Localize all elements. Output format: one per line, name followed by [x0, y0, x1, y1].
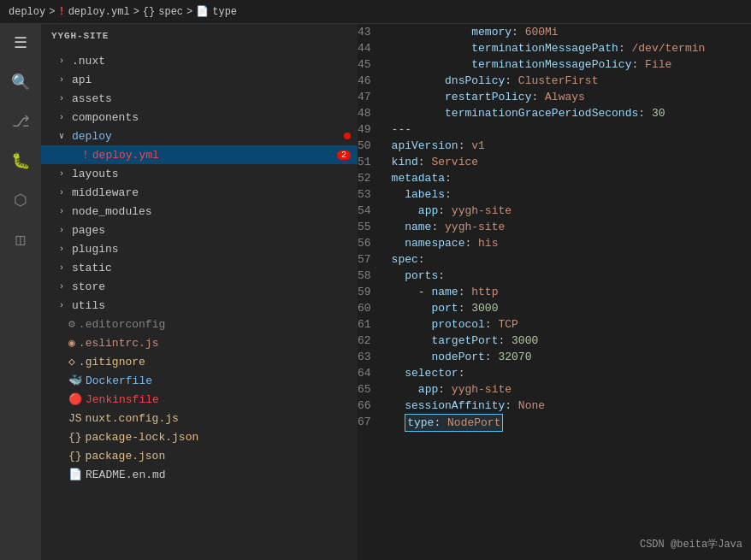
tree-item-README-en-md[interactable]: 📄 README.en.md [41, 465, 358, 484]
tree-item-middleware[interactable]: ›middleware [41, 183, 358, 202]
tree-label: static [72, 262, 112, 274]
tree-item-deploy[interactable]: ∨deploy [41, 127, 358, 145]
file-icon: ◉ [68, 336, 75, 350]
tree-item-package-json[interactable]: {} package.json [41, 446, 358, 465]
line-number: 64 [358, 365, 378, 381]
tree-item-Jenkinsfile[interactable]: 🔴 Jenkinsfile [41, 390, 358, 409]
code-line: memory: 600Mi [392, 24, 751, 40]
tree-arrow: › [55, 282, 68, 292]
tree-label: README.en.md [86, 469, 166, 481]
line-number: 55 [358, 219, 378, 235]
line-number: 65 [358, 381, 378, 398]
tree-item-package-lock-json[interactable]: {} package-lock.json [41, 427, 358, 446]
tree-arrow: › [55, 75, 68, 85]
file-icon: ⚙ [68, 317, 75, 331]
main-layout: ☰ 🔍 ⎇ 🐛 ⬡ ◫ YYGH-SITE ›.nuxt›api›assets›… [0, 24, 751, 560]
line-number: 43 [358, 24, 378, 40]
extensions-icon[interactable]: ⬡ [9, 188, 33, 212]
file-icon: JS [68, 412, 82, 425]
bc-sep1: > [49, 6, 55, 18]
line-number: 52 [358, 170, 378, 186]
tree-item--editorconfig[interactable]: ⚙ .editorconfig [41, 315, 358, 333]
tree-item-Dockerfile[interactable]: 🐳 Dockerfile [41, 371, 358, 390]
tree-item-static[interactable]: ›static [41, 258, 358, 277]
bc-type: type [212, 6, 237, 18]
bc-excl: ! [58, 6, 64, 18]
code-line: protocol: TCP [392, 316, 751, 333]
code-line: sessionAffinity: None [392, 398, 751, 414]
editor-area: 4344454647484950515253545556575859606162… [358, 24, 751, 560]
line-numbers: 4344454647484950515253545556575859606162… [358, 24, 388, 560]
code-line: app: yygh-site [392, 203, 751, 219]
sidebar-title: YYGH-SITE [51, 31, 109, 41]
code-line: nodePort: 32070 [392, 349, 751, 365]
file-icon: {} [68, 450, 82, 463]
line-number: 62 [358, 333, 378, 349]
file-icon: {} [68, 431, 82, 444]
code-lines: memory: 600Mi terminationMessagePath: /d… [388, 24, 751, 560]
file-icon: ! [82, 149, 89, 162]
code-line: apiVersion: v1 [392, 138, 751, 154]
code-line: - name: http [392, 284, 751, 300]
line-number: 54 [358, 203, 378, 219]
line-number: 57 [358, 251, 378, 268]
line-number: 51 [358, 154, 378, 170]
code-line: restartPolicy: Always [392, 89, 751, 105]
tree-item-plugins[interactable]: ›plugins [41, 239, 358, 258]
code-line: metadata: [392, 170, 751, 186]
tree-label: deploy [72, 130, 112, 143]
tree-label: store [72, 280, 105, 293]
code-line: dnsPolicy: ClusterFirst [392, 73, 751, 89]
tree-item-components[interactable]: ›components [41, 108, 358, 127]
code-line: terminationGracePeriodSeconds: 30 [392, 105, 751, 121]
code-line: namespace: his [392, 235, 751, 251]
debug-icon[interactable]: 🐛 [9, 149, 33, 173]
bc-braces: {} [143, 6, 155, 18]
tree-label: utils [72, 299, 105, 312]
code-line: spec: [392, 251, 751, 268]
tree-label: api [72, 74, 92, 86]
tree-arrow: › [55, 207, 68, 216]
tree-item-layouts[interactable]: ›layouts [41, 164, 358, 183]
line-number: 61 [358, 316, 378, 333]
tree-item-nuxt-config-js[interactable]: JS nuxt.config.js [41, 409, 358, 427]
tree-item-assets[interactable]: ›assets [41, 89, 358, 108]
tree-item--eslintrc-js[interactable]: ◉ .eslintrc.js [41, 333, 358, 352]
code-line: ports: [392, 268, 751, 284]
tree-item-pages[interactable]: ›pages [41, 221, 358, 239]
tree-item-store[interactable]: ›store [41, 277, 358, 296]
line-number: 44 [358, 40, 378, 56]
tree-label: nuxt.config.js [86, 412, 179, 425]
type-highlight-box: type: NodePort [405, 414, 503, 432]
line-number: 46 [358, 73, 378, 89]
tree-item-utils[interactable]: ›utils [41, 296, 358, 315]
code-content[interactable]: 4344454647484950515253545556575859606162… [358, 24, 751, 560]
tree-label: node_modules [72, 205, 152, 218]
code-line: app: yygh-site [392, 381, 751, 398]
explorer-icon[interactable]: ☰ [9, 31, 33, 55]
tree-arrow: › [55, 56, 68, 66]
code-line: terminationMessagePolicy: File [392, 56, 751, 73]
tree-item--gitignore[interactable]: ◇ .gitignore [41, 352, 358, 371]
tree-item-deploy-yml[interactable]: ! deploy.yml2 [41, 145, 358, 164]
breadcrumb-deploy[interactable]: deploy [9, 6, 45, 18]
sidebar: YYGH-SITE ›.nuxt›api›assets›components∨d… [41, 24, 358, 560]
search-icon[interactable]: 🔍 [9, 70, 33, 94]
tree-label: .gitignore [79, 356, 145, 368]
code-line: kind: Service [392, 154, 751, 170]
line-number: 58 [358, 268, 378, 284]
line-number: 50 [358, 138, 378, 154]
code-line: --- [392, 121, 751, 138]
line-number: 47 [358, 89, 378, 105]
code-line: targetPort: 3000 [392, 333, 751, 349]
bc-doc-icon: 📄 [196, 5, 209, 18]
git-icon[interactable]: ⎇ [9, 109, 33, 133]
tree-item--nuxt[interactable]: ›.nuxt [41, 51, 358, 70]
file-icon: ◇ [68, 355, 75, 368]
bc-file[interactable]: deploy.yml [68, 6, 130, 18]
remote-icon[interactable]: ◫ [9, 227, 33, 251]
tree-arrow: › [55, 245, 68, 254]
code-line: selector: [392, 365, 751, 381]
tree-item-api[interactable]: ›api [41, 70, 358, 89]
tree-item-node-modules[interactable]: ›node_modules [41, 202, 358, 221]
